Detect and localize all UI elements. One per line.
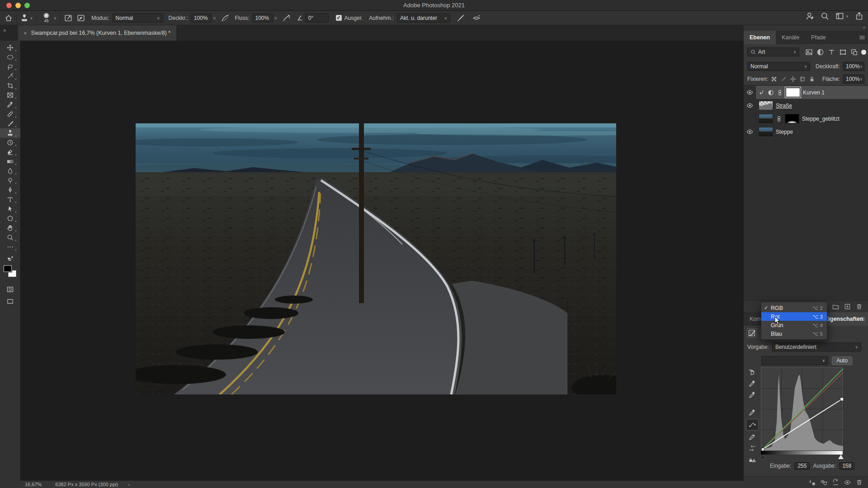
history-brush-tool[interactable] xyxy=(0,138,20,147)
visibility-icon[interactable] xyxy=(844,479,851,486)
layer-thumbnail[interactable] xyxy=(759,101,773,110)
layer-row[interactable]: Kurven 1 xyxy=(744,86,868,99)
eyedropper-tool[interactable] xyxy=(0,100,20,109)
foreground-color-swatch[interactable] xyxy=(4,265,12,272)
tab-pfade[interactable]: Pfade xyxy=(805,31,832,44)
opacity-chevron[interactable]: ∨ xyxy=(213,16,216,20)
layer-search-select[interactable]: Art ∨ xyxy=(747,47,799,56)
healing-brush-tool[interactable] xyxy=(0,109,20,119)
preset-select[interactable]: Benutzerdefiniert∨ xyxy=(772,343,861,352)
panel-collapse-icon[interactable]: » xyxy=(744,25,868,31)
hand-tool[interactable] xyxy=(0,223,20,233)
layer-visibility-toggle[interactable] xyxy=(744,112,756,125)
toggle-visibility-cycle-icon[interactable] xyxy=(821,479,827,486)
layer-visibility-toggle[interactable] xyxy=(744,86,756,99)
layer-thumbnail[interactable] xyxy=(759,127,773,136)
edit-toolbar[interactable] xyxy=(0,242,20,252)
layer-thumbnail[interactable] xyxy=(759,114,773,123)
zoom-tool[interactable] xyxy=(0,233,20,242)
layer-row[interactable]: Straße xyxy=(744,99,868,112)
clip-to-layer-icon[interactable] xyxy=(809,479,816,486)
document-image[interactable] xyxy=(136,123,616,394)
lasso-tool[interactable] xyxy=(0,62,20,71)
search-icon[interactable] xyxy=(821,12,829,20)
tab-ebenen[interactable]: Ebenen xyxy=(744,31,776,44)
clip-warning-icon[interactable] xyxy=(746,455,758,465)
share-for-review-icon[interactable] xyxy=(806,12,814,20)
layer-visibility-toggle[interactable] xyxy=(744,125,756,138)
brush-picker-chevron[interactable]: ∨ xyxy=(54,16,57,20)
layer-blend-mode-select[interactable]: Normal∨ xyxy=(747,62,810,71)
smart-object-filter-icon[interactable] xyxy=(850,48,858,56)
black-point-eyedropper-icon[interactable] xyxy=(746,379,758,389)
blend-mode-select[interactable]: Normal∨ xyxy=(113,14,163,23)
path-selection-tool[interactable] xyxy=(0,204,20,214)
opacity-field[interactable]: 100% xyxy=(191,14,212,23)
flow-field[interactable]: 100% xyxy=(252,14,273,23)
edit-points-icon[interactable] xyxy=(746,419,759,431)
new-group-icon[interactable] xyxy=(832,303,839,310)
output-value-field[interactable]: 158 xyxy=(839,462,854,470)
quick-mask-icon[interactable] xyxy=(6,286,14,293)
layer-mask-thumbnail[interactable] xyxy=(786,88,800,97)
gray-point-eyedropper-icon[interactable] xyxy=(746,390,758,400)
layer-fill-field[interactable]: 100%∨ xyxy=(843,75,864,84)
pressure-opacity-icon[interactable] xyxy=(221,14,229,22)
layer-opacity-field[interactable]: 100%∨ xyxy=(843,62,864,71)
dodge-tool[interactable] xyxy=(0,176,20,185)
adjustment-layer-filter-icon[interactable] xyxy=(816,48,824,56)
layer-row[interactable]: Steppe_geblitzt xyxy=(744,112,868,125)
brush-settings-icon[interactable] xyxy=(64,14,72,22)
channel-select[interactable]: ∨ xyxy=(761,356,828,365)
home-icon[interactable] xyxy=(5,14,13,22)
draw-curve-icon[interactable] xyxy=(746,432,758,442)
ignore-adjustment-layers-icon[interactable] xyxy=(457,14,465,22)
sample-select[interactable]: Akt. u. darunter∨ xyxy=(397,14,450,23)
position-lock-icon[interactable] xyxy=(790,76,796,82)
shadow-input-slider[interactable] xyxy=(760,455,765,459)
pixel-layer-filter-icon[interactable] xyxy=(805,48,813,56)
pressure-size-icon[interactable] xyxy=(472,14,481,22)
eraser-tool[interactable] xyxy=(0,147,20,157)
crop-tool[interactable] xyxy=(0,81,20,90)
delete-icon[interactable] xyxy=(856,479,863,486)
auto-button[interactable]: Auto xyxy=(832,357,852,365)
tab-kanle[interactable]: Kanäle xyxy=(776,31,805,44)
channel-menu-item-grn[interactable]: Grün⌥ 4 xyxy=(761,321,827,329)
targeted-adjustment-icon[interactable] xyxy=(746,367,758,377)
channel-menu-item-rot[interactable]: Rot⌥ 3 xyxy=(761,312,827,321)
angle-field[interactable]: 0° xyxy=(305,14,329,23)
type-tool[interactable] xyxy=(0,195,20,204)
new-layer-icon[interactable] xyxy=(844,303,851,310)
white-point-eyedropper-icon[interactable] xyxy=(746,408,758,418)
screen-mode-icon[interactable] xyxy=(6,298,14,305)
tab-overflow-icon[interactable]: » xyxy=(3,27,6,33)
brush-tool[interactable] xyxy=(0,119,20,128)
share-icon[interactable] xyxy=(855,12,863,20)
pixel-lock-icon[interactable] xyxy=(780,76,787,82)
reset-icon[interactable] xyxy=(832,479,839,486)
lock-all-icon[interactable] xyxy=(809,76,815,82)
filter-toggle[interactable] xyxy=(861,50,866,55)
artboard-lock-icon[interactable] xyxy=(799,76,806,82)
transparency-lock-icon[interactable] xyxy=(771,76,777,82)
brush-preset-picker[interactable]: 45 xyxy=(41,13,52,23)
marquee-tool[interactable] xyxy=(0,52,20,62)
default-swap-colors-icon[interactable] xyxy=(5,255,15,262)
workspace-chevron[interactable]: ∨ xyxy=(845,14,849,19)
pen-tool[interactable] xyxy=(0,185,20,195)
layer-mask-thumbnail[interactable] xyxy=(785,114,799,123)
frame-tool[interactable] xyxy=(0,90,20,100)
delete-layer-icon[interactable] xyxy=(856,303,863,310)
input-value-field[interactable]: 255 xyxy=(794,462,810,470)
status-chevron-icon[interactable]: › xyxy=(128,482,130,487)
zoom-level-field[interactable]: 16,67% xyxy=(25,482,42,487)
channel-menu-item-rgb[interactable]: ✓RGB⌥ 2 xyxy=(761,304,827,312)
clone-stamp-tool[interactable] xyxy=(0,128,20,138)
type-layer-filter-icon[interactable] xyxy=(828,48,835,56)
document-tab[interactable]: × Swampcar.psd bei 16,7% (Kurven 1, Eben… xyxy=(18,25,176,41)
object-selection-tool[interactable] xyxy=(0,71,20,81)
shape-layer-filter-icon[interactable] xyxy=(839,48,847,56)
shape-tool[interactable] xyxy=(0,214,20,223)
canvas-area[interactable] xyxy=(20,41,744,480)
